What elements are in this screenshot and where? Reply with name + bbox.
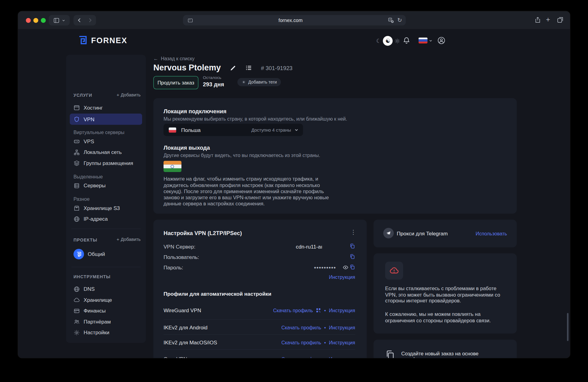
forward-icon[interactable]	[87, 18, 92, 23]
india-flag-icon[interactable]	[164, 161, 182, 172]
brand-logo[interactable]: FORNEX	[77, 35, 127, 45]
new-tab-icon[interactable]: +	[546, 17, 550, 23]
browser-window: fornex.com A ↻ + FORNEX ☾ ☯	[18, 11, 570, 358]
download-profile-link[interactable]: Скачать профиль	[273, 308, 313, 313]
share-icon[interactable]	[534, 17, 541, 25]
cloud-alert-icon	[385, 262, 403, 280]
svg-text:A: A	[390, 18, 391, 21]
sun-icon[interactable]	[395, 38, 400, 43]
page-content: FORNEX ☾ ☯ УСЛУГИ +Добав	[18, 29, 570, 358]
divider	[164, 349, 355, 350]
copy-icon[interactable]	[349, 264, 355, 270]
warning-paragraph-2: К сожалению, мы не можем повлиять на огр…	[385, 312, 506, 324]
back-icon[interactable]	[77, 18, 82, 23]
reload-icon[interactable]: ↻	[397, 17, 402, 24]
browser-window-icon	[74, 104, 80, 111]
instruction-link[interactable]: Инструкция	[329, 308, 355, 313]
renew-order-button[interactable]: Продлить заказ	[153, 76, 198, 89]
back-to-list-link[interactable]: ← Назад к списку	[153, 56, 194, 61]
sidebar-item-servers[interactable]: Серверы	[70, 180, 142, 191]
kebab-menu-icon[interactable]: ⋮	[350, 229, 356, 236]
brand-name: FORNEX	[91, 36, 127, 45]
download-profile-link[interactable]: Скачать профиль	[281, 325, 321, 330]
connection-location-title: Локация подключения	[164, 108, 227, 114]
minimize-window-button[interactable]	[33, 18, 38, 23]
download-profile-link[interactable]: Скачать профиль	[281, 340, 321, 345]
scrollbar-thumb[interactable]	[567, 313, 568, 341]
add-service-button[interactable]: +Добавить	[117, 92, 141, 97]
bullet: •	[324, 308, 326, 313]
connection-location-desc: Мы рекомендуем выбирать страну, в которо…	[164, 116, 347, 122]
add-project-button[interactable]: +Добавить	[117, 237, 141, 242]
download-profile-link[interactable]: Скачать профиль	[281, 356, 321, 358]
add-tags-button[interactable]: Добавить теги	[237, 78, 281, 86]
sidebar: УСЛУГИ +Добавить Хостинг VPN Виртуальные…	[66, 55, 146, 343]
remaining-value: 293 дня	[203, 81, 224, 87]
sidebar-item-local-network[interactable]: Локальная сеть	[70, 147, 142, 158]
divider	[71, 229, 141, 229]
location-card: Локация подключения Мы рекомендуем выбир…	[153, 98, 517, 214]
translate-icon[interactable]: A	[388, 17, 394, 24]
sidebar-group-virtual-servers: Виртуальные серверы	[74, 130, 124, 135]
box-icon	[74, 205, 80, 211]
sidebar-item-hosting[interactable]: Хостинг	[70, 102, 142, 113]
divider	[164, 334, 355, 335]
auto-theme-icon[interactable]: ☯	[383, 36, 393, 46]
edit-pencil-icon[interactable]	[230, 65, 236, 71]
tab-overview-icon[interactable]	[557, 17, 564, 25]
sidebar-icon	[53, 17, 60, 24]
sidebar-item-settings[interactable]: Настройки	[70, 327, 142, 338]
instruction-link[interactable]: Инструкция	[329, 274, 355, 280]
sidebar-item-partners[interactable]: Партнёрам	[70, 316, 142, 327]
copy-icon[interactable]	[349, 254, 355, 259]
bullet: •	[324, 356, 326, 358]
vpn-card-title: Настройка VPN (L2TP/IPSec)	[164, 230, 242, 236]
fornex-logo-icon	[77, 35, 88, 45]
list-icon[interactable]	[245, 65, 252, 71]
globe-icon	[74, 286, 80, 292]
telegram-proxy-card: Прокси для Telegram Использовать	[374, 220, 517, 248]
sidebar-item-dns[interactable]: DNS	[70, 283, 142, 295]
zoom-window-button[interactable]	[41, 18, 46, 23]
sidebar-item-project-common[interactable]: Общий	[70, 247, 142, 261]
chevron-down-icon	[62, 19, 65, 22]
address-bar[interactable]: fornex.com A ↻	[183, 15, 406, 25]
sidebar-item-vps[interactable]: VPS	[70, 136, 142, 147]
qr-code-icon[interactable]	[316, 308, 321, 313]
arrow-left-icon: ←	[153, 56, 158, 61]
russia-flag-icon	[419, 37, 428, 43]
copy-document-icon	[385, 350, 395, 358]
divider	[164, 319, 355, 320]
close-window-button[interactable]	[26, 18, 31, 23]
eye-icon[interactable]	[343, 264, 348, 270]
sidebar-toggle-button[interactable]	[49, 15, 70, 25]
users-icon	[74, 318, 80, 325]
project-avatar	[74, 249, 84, 259]
copy-icon[interactable]	[349, 243, 355, 249]
sidebar-item-finance[interactable]: Финансы	[70, 305, 142, 316]
new-order-card: Создайте новый заказ на основе тарифа	[374, 339, 517, 358]
use-proxy-link[interactable]: Использовать	[476, 231, 507, 236]
remaining-block: Осталось 293 дня	[203, 75, 224, 87]
shield-icon	[74, 116, 80, 122]
language-selector[interactable]	[419, 37, 432, 43]
exit-location-title: Локация выхода	[164, 144, 210, 151]
sidebar-item-storage[interactable]: Хранилище	[70, 294, 142, 305]
reader-icon[interactable]	[187, 17, 193, 23]
instruction-link[interactable]: Инструкция	[329, 356, 355, 358]
profile-row-ikev2-android: IKEv2 для Android Скачать профиль • Инст…	[164, 324, 355, 331]
sidebar-item-placement-groups[interactable]: Группы размещения	[70, 157, 142, 169]
account-avatar-icon[interactable]	[437, 36, 446, 46]
sidebar-item-s3-storage[interactable]: Хранилище S3	[70, 202, 142, 214]
nav-button-group	[74, 15, 96, 25]
divider	[71, 267, 141, 267]
instruction-link[interactable]: Инструкция	[329, 340, 355, 345]
theme-switcher[interactable]: ☾ ☯	[374, 36, 400, 46]
notifications-bell-icon[interactable]	[403, 37, 410, 46]
sidebar-item-vpn[interactable]: VPN	[70, 114, 142, 125]
profile-row-openvpn: OpenVPN Скачать профиль • Инструкция	[164, 356, 355, 358]
instruction-link[interactable]: Инструкция	[329, 325, 355, 330]
country-select[interactable]: Польша Доступно 4 страны	[164, 124, 303, 136]
moon-icon[interactable]: ☾	[374, 37, 383, 44]
sidebar-item-ip-addresses[interactable]: IP-адреса	[70, 213, 142, 225]
